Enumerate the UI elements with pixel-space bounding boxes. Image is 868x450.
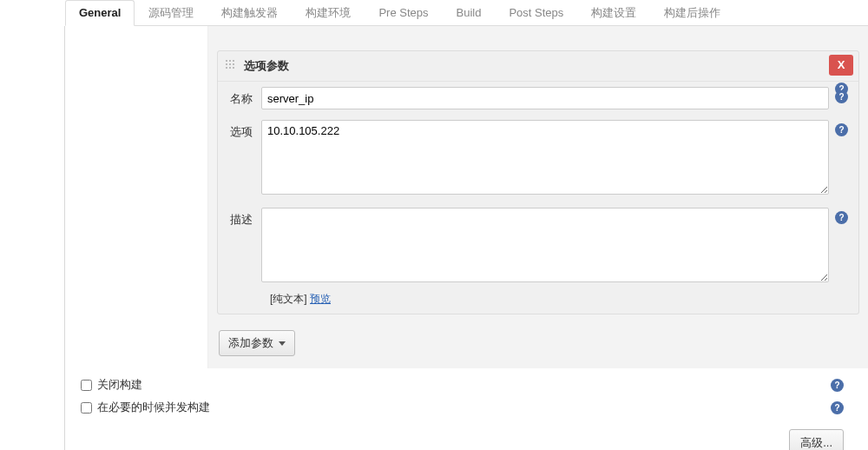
tab-env[interactable]: 构建环境 (292, 0, 365, 25)
help-icon[interactable]: ? (835, 90, 848, 103)
drag-handle-icon[interactable] (225, 59, 235, 69)
tab-triggers[interactable]: 构建触发器 (207, 0, 292, 25)
help-icon[interactable]: ? (835, 211, 848, 224)
choices-textarea[interactable] (261, 120, 829, 195)
choice-parameter-panel: 选项参数 X ? 名称 ? (217, 50, 859, 314)
tab-general[interactable]: General (65, 0, 135, 26)
config-tabs: General 源码管理 构建触发器 构建环境 Pre Steps Build … (65, 0, 868, 26)
add-parameter-dropdown[interactable]: 添加参数 (219, 330, 295, 356)
preview-link[interactable]: 预览 (310, 293, 331, 305)
hint-prefix: [纯文本] (270, 293, 310, 305)
tab-build[interactable]: Build (443, 0, 496, 25)
panel-title: 选项参数 (244, 58, 289, 74)
chevron-down-icon (279, 341, 286, 346)
concurrent-build-label: 在必要的时候并发构建 (97, 400, 210, 415)
tab-post-steps[interactable]: Post Steps (495, 0, 577, 25)
disable-build-label: 关闭构建 (97, 377, 142, 393)
lower-options: 关闭构建 ? 在必要的时候并发构建 ? 高级... (65, 368, 868, 450)
delete-parameter-button[interactable]: X (829, 55, 853, 76)
choices-label: 选项 (227, 120, 261, 140)
sidebar-spacer (65, 26, 208, 368)
help-icon[interactable]: ? (835, 123, 848, 136)
name-input[interactable] (261, 87, 829, 109)
tab-build-settings[interactable]: 构建设置 (577, 0, 650, 25)
help-icon[interactable]: ? (831, 401, 844, 414)
left-gutter (0, 26, 65, 450)
help-icon[interactable]: ? (831, 379, 844, 392)
add-parameter-label: 添加参数 (228, 335, 273, 351)
disable-build-checkbox[interactable] (81, 380, 92, 391)
description-hint: [纯文本] 预览 (218, 290, 858, 314)
content-area: 选项参数 X ? 名称 ? (208, 26, 868, 368)
tab-scm[interactable]: 源码管理 (135, 0, 207, 25)
tab-post-build[interactable]: 构建后操作 (650, 0, 734, 25)
advanced-button[interactable]: 高级... (789, 429, 844, 450)
description-label: 描述 (227, 208, 261, 228)
description-textarea[interactable] (261, 208, 829, 282)
tab-pre-steps[interactable]: Pre Steps (365, 0, 442, 25)
name-label: 名称 (227, 87, 261, 107)
concurrent-build-checkbox[interactable] (81, 402, 92, 414)
